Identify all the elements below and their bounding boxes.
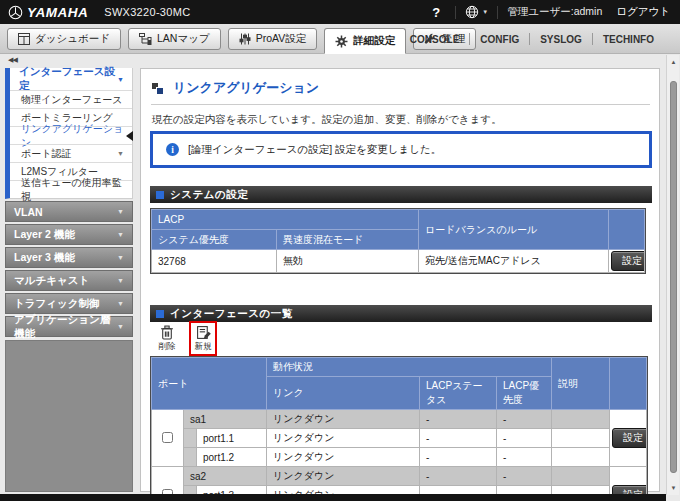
sidebar-group-layer2[interactable]: Layer 2 機能 ▼ <box>5 224 133 245</box>
link-status: リンクダウン <box>267 429 420 448</box>
tab-proav-settings[interactable]: ProAV設定 <box>228 28 318 50</box>
chevron-down-icon: ▼ <box>117 231 124 238</box>
loadbalance-rule-value: 宛先/送信元MACアドレス <box>419 250 609 273</box>
table-row-port1-1: port1.1 リンクダウン - - <box>152 429 647 448</box>
description-cell <box>552 448 610 467</box>
lacp-status: - <box>420 410 497 429</box>
indent-cell <box>184 429 197 448</box>
col-header-operation-status: 動作状況 <box>267 358 552 377</box>
lacp-priority: - <box>497 448 552 467</box>
col-header-actions <box>609 210 645 250</box>
main-content-panel: リンクアグリゲーション 現在の設定内容を表示しています。設定の追加、変更、削除が… <box>140 68 660 492</box>
logged-in-user: 管理ユーザー:admin <box>507 5 602 19</box>
sidebar-group-label: マルチキャスト <box>14 274 89 288</box>
top-header-bar: YAMAHA SWX3220-30MC ? ▼ 管理ユーザー:ad <box>0 0 680 24</box>
port-name: port1.2 <box>197 448 267 467</box>
sidebar-collapse-icon[interactable]: ◀◀ <box>8 56 17 64</box>
chevron-down-icon: ▼ <box>117 300 124 307</box>
sidebar-navigation: インターフェース設定 ▼ 物理インターフェース ポートミラーリング リンクアグリ… <box>5 68 133 492</box>
sidebar-item-label: 送信キューの使用率監視 <box>21 176 124 204</box>
main-tab-bar: ダッシュボード LANマップ <box>0 24 680 54</box>
help-button[interactable]: ? <box>426 5 446 20</box>
tab-lan-map[interactable]: LANマップ <box>128 28 221 50</box>
chevron-down-icon: ▼ <box>117 150 124 157</box>
mixed-speed-mode-value: 無効 <box>277 250 419 273</box>
scrollbar-thumb[interactable] <box>670 81 677 473</box>
scroll-down-arrow[interactable]: ▼ <box>667 482 680 494</box>
sidebar-item-label: 物理インターフェース <box>21 93 122 107</box>
tab-label: 詳細設定 <box>353 34 395 48</box>
sidebar-group-layer3[interactable]: Layer 3 機能 ▼ <box>5 247 133 268</box>
indent-cell <box>184 448 197 467</box>
syslog-link[interactable]: SYSLOG <box>530 34 592 45</box>
link-status: リンクダウン <box>267 467 420 486</box>
sidebar-item-physical-interface[interactable]: 物理インターフェース <box>10 90 132 108</box>
scroll-up-arrow[interactable]: ▲ <box>667 56 680 68</box>
table-row-sa2: sa2 リンクダウン - - 設定 <box>152 467 647 486</box>
chevron-down-icon: ▼ <box>117 208 124 215</box>
sidebar-item-tx-queue-monitor[interactable]: 送信キューの使用率監視 <box>10 180 132 198</box>
bottom-bar <box>0 494 666 501</box>
col-header-link: リンク <box>267 377 420 410</box>
new-entry-icon <box>196 325 211 340</box>
yamaha-tuning-fork-icon <box>8 5 23 20</box>
new-button[interactable]: 新規 <box>189 321 217 356</box>
sidebar-group-label: アプリケーション層機能 <box>14 313 117 341</box>
globe-icon <box>465 5 479 19</box>
tab-label: LANマップ <box>157 32 210 46</box>
lan-map-icon <box>139 33 152 45</box>
system-settings-row: 32768 無効 宛先/送信元MACアドレス 設定 <box>152 250 645 273</box>
sa1-settings-button[interactable]: 設定 <box>612 428 646 448</box>
system-settings-section-header: システムの設定 <box>150 186 652 203</box>
sidebar-group-multicast[interactable]: マルチキャスト ▼ <box>5 270 133 291</box>
lacp-status: - <box>420 448 497 467</box>
sliders-icon <box>239 33 251 45</box>
lacp-status: - <box>420 467 497 486</box>
interface-list-section-header: インターフェースの一覧 <box>150 305 652 322</box>
logout-button[interactable]: ログアウト <box>616 5 670 19</box>
techinfo-link[interactable]: TECHINFO <box>593 34 664 45</box>
lacp-status: - <box>420 429 497 448</box>
sidebar-group-label: VLAN <box>14 206 43 218</box>
select-sa1-checkbox[interactable] <box>162 432 173 443</box>
interface-list-table: ポート 動作状況 説明 リンク LACPステータス LACP優先度 <box>150 356 648 501</box>
console-link[interactable]: CONSOLE <box>400 34 469 45</box>
system-priority-value: 32768 <box>152 250 277 273</box>
col-header-lacp: LACP <box>152 210 419 230</box>
interface-list-toolbar: 削除 新規 <box>153 321 217 356</box>
sidebar-group-traffic-control[interactable]: トラフィック制御 ▼ <box>5 293 133 314</box>
sidebar-group-label: Layer 2 機能 <box>14 228 75 242</box>
dashboard-icon <box>18 33 30 45</box>
config-link[interactable]: CONFIG <box>470 34 529 45</box>
tab-detailed-settings[interactable]: 詳細設定 <box>324 28 406 54</box>
chevron-down-icon: ▼ <box>482 9 488 15</box>
col-header-lacp-status: LACPステータス <box>420 377 497 410</box>
delete-button[interactable]: 削除 <box>153 321 181 356</box>
notification-text: [論理インターフェースの設定] 設定を変更しました。 <box>188 143 441 157</box>
sidebar-group-application-layer[interactable]: アプリケーション層機能 ▼ <box>5 316 133 337</box>
sidebar-item-port-authentication[interactable]: ポート認証 ▼ <box>10 144 132 162</box>
trash-icon <box>160 325 174 340</box>
col-header-port: ポート <box>152 358 267 410</box>
sidebar-group-label: トラフィック制御 <box>14 297 99 311</box>
sidebar-group-vlan[interactable]: VLAN ▼ <box>5 201 133 222</box>
section-bullet-icon <box>156 191 164 199</box>
app-window: YAMAHA SWX3220-30MC ? ▼ 管理ユーザー:ad <box>0 0 680 501</box>
system-settings-button[interactable]: 設定 <box>611 251 645 271</box>
tab-dashboard[interactable]: ダッシュボード <box>7 28 121 50</box>
yamaha-logo: YAMAHA <box>8 5 88 20</box>
vertical-scrollbar[interactable]: ▲ ▼ <box>666 55 679 495</box>
new-label: 新規 <box>195 341 212 353</box>
sidebar-item-link-aggregation[interactable]: リンクアグリゲーション <box>10 126 132 144</box>
sidebar-section-title: インターフェース設定 <box>19 65 117 93</box>
separator <box>497 6 498 19</box>
sidebar-section-interface-settings[interactable]: インターフェース設定 ▼ <box>10 68 132 90</box>
tab-label: ダッシュボード <box>35 32 110 46</box>
notification-box: i [論理インターフェースの設定] 設定を変更しました。 <box>150 131 652 168</box>
language-selector[interactable]: ▼ <box>465 5 488 19</box>
description-cell <box>552 410 610 429</box>
gear-icon <box>335 35 348 48</box>
col-header-mixed-speed-mode: 異速度混在モード <box>277 230 419 250</box>
brand-name: YAMAHA <box>27 5 88 20</box>
page-title: リンクアグリゲーション <box>173 79 319 97</box>
